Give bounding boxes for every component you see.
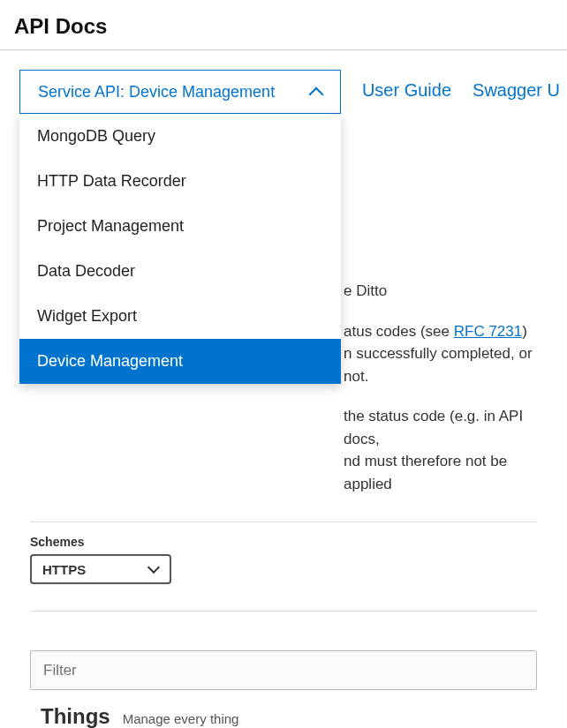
section-things[interactable]: Things Manage every thing: [30, 690, 537, 728]
dropdown-item-device-management[interactable]: Device Management: [19, 339, 341, 384]
chevron-down-icon: [148, 564, 159, 574]
service-api-dropdown-menu: MongoDB Query HTTP Data Recorder Project…: [19, 114, 341, 384]
service-api-dropdown-toggle[interactable]: Service API: Device Management: [19, 70, 341, 114]
desc-line-2b: ): [522, 323, 527, 340]
section-title: Things: [41, 704, 110, 728]
dropdown-label: Service API: Device Management: [38, 83, 275, 101]
dropdown-item-mongodb-query[interactable]: MongoDB Query: [19, 114, 341, 159]
dropdown-item-data-decoder[interactable]: Data Decoder: [19, 249, 341, 294]
page-title: API Docs: [0, 0, 567, 50]
dropdown-item-widget-export[interactable]: Widget Export: [19, 294, 341, 339]
desc-line-3b: nd must therefore not be applied: [344, 450, 537, 495]
desc-line-2c: n successfully completed, or not.: [344, 342, 537, 387]
schemes-block: Schemes HTTPS: [30, 522, 537, 612]
desc-line-1: e Ditto: [344, 280, 537, 303]
filter-input[interactable]: [30, 650, 537, 690]
schemes-value: HTTPS: [42, 562, 86, 577]
topbar: Service API: Device Management MongoDB Q…: [0, 50, 567, 114]
dropdown-item-project-management[interactable]: Project Management: [19, 204, 341, 249]
desc-line-3a: the status code (e.g. in API docs,: [344, 405, 537, 450]
schemes-label: Schemes: [30, 535, 537, 549]
desc-line-2a: atus codes (see: [344, 323, 454, 340]
section-subtitle: Manage every thing: [123, 711, 239, 726]
chevron-up-icon: [310, 86, 322, 98]
service-api-dropdown: Service API: Device Management MongoDB Q…: [19, 70, 341, 114]
rfc-link[interactable]: RFC 7231: [454, 323, 522, 340]
nav-swagger[interactable]: Swagger U: [472, 70, 560, 101]
nav-user-guide[interactable]: User Guide: [362, 70, 451, 101]
schemes-select[interactable]: HTTPS: [30, 554, 171, 584]
dropdown-item-http-data-recorder[interactable]: HTTP Data Recorder: [19, 159, 341, 204]
